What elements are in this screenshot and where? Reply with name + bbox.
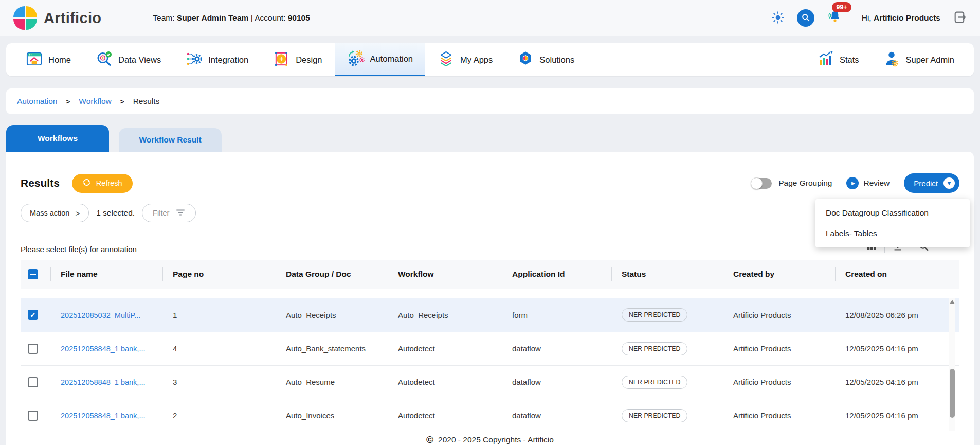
menu-item-doc-datagroup-classification[interactable]: Doc Datagroup Classification <box>815 203 970 223</box>
nav-item-super-admin[interactable]: Super Admin <box>872 43 967 76</box>
created-on-cell: 12/05/2025 04:16 pm <box>835 332 959 365</box>
nav-item-home[interactable]: Home <box>13 43 83 76</box>
file-name-link[interactable]: 202512058848_1 bank,... <box>61 378 145 386</box>
column-header-created-by[interactable]: Created by <box>723 260 835 289</box>
logout-button[interactable] <box>953 10 967 26</box>
integration-icon <box>186 50 203 69</box>
column-header-data-group[interactable]: Data Group / Doc <box>276 260 388 289</box>
search-button[interactable] <box>797 9 814 27</box>
review-button[interactable]: ▶ Review <box>846 177 890 189</box>
nav-item-my-apps[interactable]: My Apps <box>425 43 505 76</box>
page-grouping-toggle[interactable] <box>751 178 772 189</box>
super-admin-icon <box>884 50 900 69</box>
tab-workflows[interactable]: Workflows <box>6 125 109 152</box>
file-name-link[interactable]: 202512085032_MultiP... <box>61 311 140 319</box>
file-name-link[interactable]: 202512058848_1 bank,... <box>61 345 145 353</box>
annotation-hint-text: Please select file(s) for annotation <box>21 245 137 254</box>
data-group-cell: Auto_Bank_statements <box>276 332 388 365</box>
column-header-page-no[interactable]: Page no <box>162 260 276 289</box>
automation-icon <box>347 49 365 69</box>
application-id-cell: dataflow <box>502 399 611 432</box>
notification-count-badge: 99+ <box>832 2 851 12</box>
chevron-right-icon: > <box>120 98 124 105</box>
page-grouping-label: Page Grouping <box>778 179 832 188</box>
table-row[interactable]: 202512058848_1 bank,... 2 Auto_Invoices … <box>21 399 959 432</box>
refresh-button[interactable]: Refresh <box>72 174 133 193</box>
scrollbar-thumb[interactable] <box>950 369 955 418</box>
data-group-cell: Auto_Receipts <box>276 298 388 332</box>
table-header-row: File name Page no Data Group / Doc Workf… <box>21 260 959 289</box>
nav-item-automation[interactable]: Automation <box>335 43 425 76</box>
stats-icon <box>818 50 834 69</box>
workflow-cell: Autodetect <box>388 365 502 399</box>
nav-item-integration[interactable]: Integration <box>173 43 261 76</box>
filter-button[interactable]: Filter <box>142 204 196 222</box>
notifications-button[interactable]: 99+ <box>827 9 842 27</box>
row-checkbox[interactable]: ✓ <box>28 310 38 320</box>
chevron-right-icon: > <box>75 209 80 218</box>
breadcrumb-results: Results <box>133 97 160 106</box>
tab-bar: Workflows Workflow Result <box>6 125 974 152</box>
column-header-file-name[interactable]: File name <box>50 260 162 289</box>
team-account-info: Team: Super Admin Team | Account: 90105 <box>153 13 310 23</box>
table-scrollbar[interactable] <box>949 298 955 445</box>
sun-icon <box>771 11 785 26</box>
breadcrumb-workflow[interactable]: Workflow <box>79 97 111 106</box>
created-on-cell: 12/05/2025 04:16 pm <box>835 399 959 432</box>
row-checkbox[interactable] <box>28 377 38 387</box>
nav-item-data-views[interactable]: Data Views <box>83 43 173 76</box>
breadcrumb-automation[interactable]: Automation <box>17 97 57 106</box>
refresh-icon <box>82 178 91 188</box>
nav-label: Data Views <box>118 55 161 65</box>
page-no-cell: 3 <box>162 365 276 399</box>
created-by-cell: Artificio Products <box>723 332 835 365</box>
brand-name: Artificio <box>44 10 101 27</box>
column-header-created-on[interactable]: Created on <box>835 260 959 289</box>
nav-label: Integration <box>208 55 248 65</box>
page-no-cell: 4 <box>162 332 276 365</box>
predict-dropdown-menu: Doc Datagroup Classification Labels- Tab… <box>815 199 970 247</box>
created-by-cell: Artificio Products <box>723 365 835 399</box>
brand[interactable]: Artificio <box>13 6 101 30</box>
column-header-workflow[interactable]: Workflow <box>388 260 502 289</box>
predict-button[interactable]: Predict ▼ <box>904 173 959 193</box>
tab-workflow-result[interactable]: Workflow Result <box>119 128 222 152</box>
status-badge: NER PREDICTED <box>622 342 687 355</box>
file-name-link[interactable]: 202512058848_1 bank,... <box>61 412 145 420</box>
workflow-cell: Auto_Receipts <box>388 298 502 332</box>
user-name: Artificio Products <box>874 13 940 22</box>
user-greeting: Hi, Artificio Products <box>862 13 940 23</box>
nav-item-design[interactable]: Design <box>261 43 334 76</box>
table-row[interactable]: 202512058848_1 bank,... 3 Auto_Resume Au… <box>21 365 959 399</box>
row-checkbox[interactable] <box>28 411 38 421</box>
table-row[interactable]: ✓ 202512085032_MultiP... 1 Auto_Receipts… <box>21 298 959 332</box>
theme-toggle-button[interactable] <box>771 11 785 26</box>
select-all-checkbox[interactable] <box>28 269 38 279</box>
scroll-up-icon[interactable] <box>950 300 955 304</box>
column-header-application-id[interactable]: Application Id <box>502 260 611 289</box>
page-no-cell: 1 <box>162 298 276 332</box>
nav-item-solutions[interactable]: Solutions <box>505 43 587 76</box>
nav-label: Solutions <box>539 55 574 65</box>
row-checkbox[interactable] <box>28 344 38 354</box>
mass-action-button[interactable]: Mass action > <box>21 204 89 222</box>
filter-icon <box>176 208 185 218</box>
status-badge: NER PREDICTED <box>622 376 687 389</box>
nav-item-stats[interactable]: Stats <box>805 43 872 76</box>
my-apps-icon <box>438 50 455 69</box>
data-group-cell: Auto_Invoices <box>276 399 388 432</box>
created-on-cell: 12/08/2025 06:26 pm <box>835 298 959 332</box>
logout-icon <box>953 10 967 26</box>
home-icon <box>26 50 43 69</box>
chevron-down-icon: ▼ <box>943 177 955 189</box>
copyright-icon: © <box>426 434 433 445</box>
column-header-status[interactable]: Status <box>611 260 723 289</box>
application-id-cell: dataflow <box>502 332 611 365</box>
search-icon <box>801 13 810 24</box>
menu-item-labels-tables[interactable]: Labels- Tables <box>815 223 970 244</box>
copyright-text: 2020 - 2025 Copyrights - Artificio <box>438 435 554 444</box>
team-name: Super Admin Team <box>177 13 249 22</box>
table-row[interactable]: 202512058848_1 bank,... 4 Auto_Bank_stat… <box>21 332 959 365</box>
play-icon: ▶ <box>846 177 859 189</box>
nav-label: My Apps <box>460 55 493 65</box>
